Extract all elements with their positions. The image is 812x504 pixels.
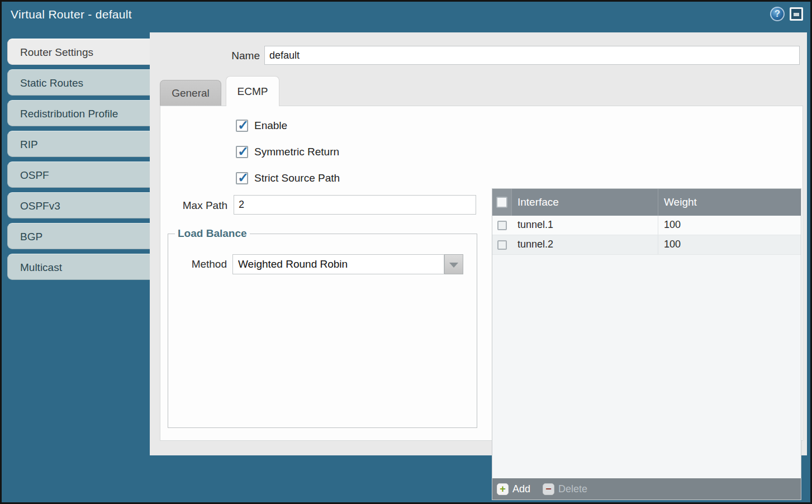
max-path-label: Max Path xyxy=(160,199,227,212)
dialog-title: Virtual Router - default xyxy=(11,8,132,21)
sidebar-item-static-routes[interactable]: Static Routes xyxy=(7,69,150,96)
sidebar: Router Settings Static Routes Redistribu… xyxy=(7,39,150,284)
sidebar-item-bgp[interactable]: BGP xyxy=(7,223,150,249)
max-path-input[interactable] xyxy=(234,195,476,215)
interface-cell[interactable]: tunnel.2 xyxy=(512,235,658,254)
sidebar-item-router-settings[interactable]: Router Settings xyxy=(7,39,150,65)
row-checkbox[interactable] xyxy=(497,221,507,230)
interface-column-header[interactable]: Interface xyxy=(512,189,658,216)
chevron-down-icon[interactable] xyxy=(444,254,463,274)
enable-row: Enable xyxy=(236,120,287,132)
table-header: Interface Weight xyxy=(492,189,801,216)
table-row[interactable]: tunnel.2 100 xyxy=(492,235,801,255)
name-label: Name xyxy=(231,50,260,62)
sidebar-item-redistribution-profile[interactable]: Redistribution Profile xyxy=(7,100,150,126)
symmetric-return-checkbox[interactable] xyxy=(236,146,248,158)
table-row[interactable]: tunnel.1 100 xyxy=(492,216,801,235)
add-button[interactable]: + Add xyxy=(497,483,530,495)
restore-window-icon[interactable] xyxy=(790,7,803,21)
delete-button[interactable]: − Delete xyxy=(543,483,587,495)
titlebar: Virtual Router - default ? xyxy=(2,2,810,27)
interface-cell[interactable]: tunnel.1 xyxy=(512,216,658,235)
delete-label: Delete xyxy=(558,483,587,495)
sidebar-item-multicast[interactable]: Multicast xyxy=(7,254,150,280)
row-checkbox-cell[interactable] xyxy=(492,216,512,235)
method-select[interactable] xyxy=(232,254,444,274)
select-all-cell[interactable] xyxy=(492,189,512,216)
symmetric-return-row: Symmetric Return xyxy=(236,146,339,158)
ecmp-tab-panel: Enable Symmetric Return Strict Source Pa… xyxy=(160,106,803,441)
virtual-router-dialog: Virtual Router - default ? Router Settin… xyxy=(0,0,812,504)
content-panel: Name General ECMP Enable Symmetric Retur… xyxy=(150,32,807,455)
strict-source-path-checkbox[interactable] xyxy=(236,172,248,184)
table-empty-area xyxy=(492,255,801,478)
strict-source-path-row: Strict Source Path xyxy=(236,172,340,184)
weight-cell[interactable]: 100 xyxy=(658,235,801,254)
sidebar-item-ospfv3[interactable]: OSPFv3 xyxy=(7,192,150,218)
add-plus-icon: + xyxy=(497,483,509,495)
method-row: Method xyxy=(168,254,477,274)
weight-column-header[interactable]: Weight xyxy=(658,189,801,216)
select-all-checkbox[interactable] xyxy=(496,197,507,208)
row-checkbox[interactable] xyxy=(497,240,507,250)
strict-source-path-label: Strict Source Path xyxy=(254,172,340,184)
weight-cell[interactable]: 100 xyxy=(658,216,801,235)
add-label: Add xyxy=(512,483,530,495)
sidebar-item-rip[interactable]: RIP xyxy=(7,131,150,157)
enable-label: Enable xyxy=(254,120,287,132)
load-balance-fieldset: Load Balance Method xyxy=(168,227,477,428)
sidebar-item-ospf[interactable]: OSPF xyxy=(7,161,150,188)
tab-ecmp[interactable]: ECMP xyxy=(226,76,279,106)
method-label: Method xyxy=(179,258,227,270)
interface-table: Interface Weight tunnel.1 100 tunnel.2 1… xyxy=(492,188,801,500)
enable-checkbox[interactable] xyxy=(236,120,248,132)
symmetric-return-label: Symmetric Return xyxy=(254,146,339,158)
row-checkbox-cell[interactable] xyxy=(492,235,512,254)
help-icon[interactable]: ? xyxy=(770,7,785,21)
delete-minus-icon: − xyxy=(543,483,554,495)
table-footer: + Add − Delete xyxy=(492,478,801,500)
name-input[interactable] xyxy=(264,46,800,65)
tab-general[interactable]: General xyxy=(160,80,221,106)
load-balance-legend: Load Balance xyxy=(175,227,250,240)
